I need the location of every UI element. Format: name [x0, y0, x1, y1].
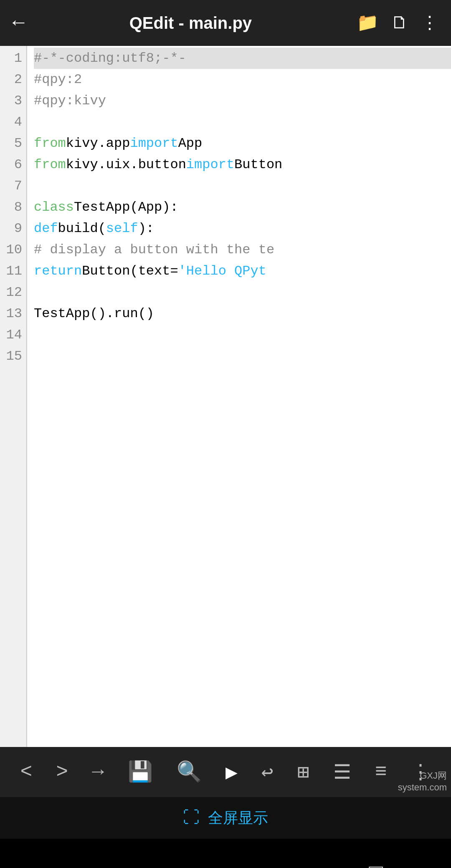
code-line [34, 111, 451, 133]
fullscreen-icon: ⛶ [183, 808, 200, 828]
line-number: 15 [0, 346, 26, 367]
code-line [34, 324, 451, 346]
page-title: QEdit - main.py [33, 14, 348, 33]
line-number: 1 [0, 48, 26, 69]
code-token: Button(text= [82, 263, 178, 279]
code-token: 'Hello QPyt [178, 263, 266, 279]
code-token: ): [138, 221, 154, 236]
lines-btn[interactable]: ≡ [372, 761, 390, 783]
line-number: 13 [0, 303, 26, 324]
top-bar: ← QEdit - main.py 📁 🗋 ⋮ [0, 0, 451, 46]
code-token: from [34, 157, 66, 172]
watermark: GXJ网 system.com [398, 770, 447, 794]
fullscreen-bar[interactable]: ⛶ 全屏显示 [0, 797, 451, 839]
code-token: class [34, 199, 74, 215]
code-token: import [186, 157, 234, 172]
code-area[interactable]: #-*-coding:utf8;-*-#qpy:2#qpy:kivy from … [27, 46, 451, 747]
line-number: 5 [0, 133, 26, 154]
code-line: from kivy.app import App [34, 133, 451, 154]
line-number: 14 [0, 324, 26, 346]
code-token: def [34, 221, 58, 236]
line-number: 12 [0, 282, 26, 303]
code-line [34, 346, 451, 367]
code-token: import [130, 136, 178, 151]
code-token: #qpy:kivy [34, 93, 106, 108]
undo-btn[interactable]: ↩ [258, 760, 277, 785]
indent-btn[interactable]: → [89, 761, 107, 783]
code-line [34, 282, 451, 303]
code-token: # display a button with the te [34, 242, 274, 257]
snippet-btn[interactable]: ⊞ [294, 760, 313, 785]
code-line: def build(self): [34, 218, 451, 239]
code-line: #qpy:kivy [34, 90, 451, 111]
code-token: kivy.app [66, 136, 130, 151]
code-token: App [178, 136, 203, 151]
code-token: #-*-coding:utf8;-*- [34, 50, 186, 66]
line-number: 6 [0, 154, 26, 175]
code-line: #qpy:2 [34, 69, 451, 90]
line-number: 10 [0, 239, 26, 260]
code-line: TestApp().run() [34, 303, 451, 324]
code-line: return Button(text='Hello QPyt [34, 260, 451, 282]
new-file-icon[interactable]: 🗋 [391, 13, 408, 34]
nav-recent-button[interactable]: □ [369, 861, 383, 868]
editor-container: 123456789101112131415 #-*-coding:utf8;-*… [0, 46, 451, 747]
line-number: 8 [0, 197, 26, 218]
align-btn[interactable]: ☰ [330, 760, 355, 785]
code-line: class TestApp(App): [34, 197, 451, 218]
line-number: 7 [0, 175, 26, 197]
code-line: # display a button with the te [34, 239, 451, 260]
toolbar: < > → 💾 🔍 ▶ ↩ ⊞ ☰ ≡ ⋮ [0, 747, 451, 797]
code-line: #-*-coding:utf8;-*- [34, 48, 451, 69]
fullscreen-label[interactable]: 全屏显示 [208, 808, 268, 828]
nav-back-button[interactable]: ◁ [68, 860, 82, 868]
line-numbers: 123456789101112131415 [0, 46, 27, 747]
next-btn[interactable]: > [53, 761, 71, 783]
nav-bar: ◁ ○ □ [0, 839, 451, 868]
run-btn[interactable]: ▶ [222, 760, 241, 785]
more-icon[interactable]: ⋮ [421, 12, 438, 34]
search-btn[interactable]: 🔍 [173, 760, 205, 784]
save-btn[interactable]: 💾 [124, 760, 156, 784]
prev-btn[interactable]: < [17, 761, 36, 783]
line-number: 11 [0, 260, 26, 282]
code-token: TestApp(App): [74, 199, 178, 215]
code-line [34, 175, 451, 197]
code-token: #qpy:2 [34, 72, 82, 87]
code-token: build( [58, 221, 106, 236]
line-number: 4 [0, 111, 26, 133]
code-line: from kivy.uix.button import Button [34, 154, 451, 175]
code-token: TestApp().run() [34, 306, 154, 321]
header-icons: 📁 🗋 ⋮ [357, 12, 438, 34]
folder-icon[interactable]: 📁 [357, 12, 378, 34]
back-button[interactable]: ← [13, 12, 25, 34]
code-token: from [34, 136, 66, 151]
code-token: return [34, 263, 82, 279]
line-number: 9 [0, 218, 26, 239]
code-token: kivy.uix.button [66, 157, 186, 172]
nav-home-button[interactable]: ○ [218, 861, 233, 868]
line-number: 2 [0, 69, 26, 90]
code-token: Button [234, 157, 282, 172]
line-number: 3 [0, 90, 26, 111]
code-token: self [106, 221, 138, 236]
